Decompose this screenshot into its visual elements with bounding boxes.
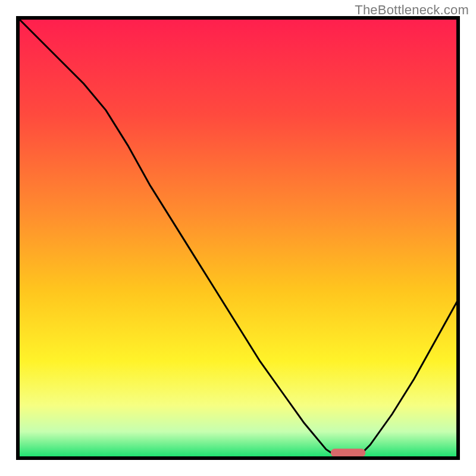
watermark-text: TheBottleneck.com [355, 2, 469, 18]
chart-svg [0, 0, 476, 476]
chart-container: TheBottleneck.com [0, 0, 476, 476]
